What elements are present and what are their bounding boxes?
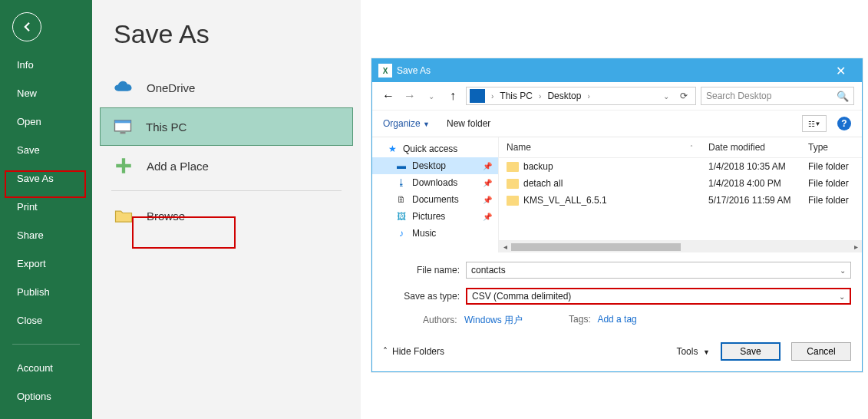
- svg-rect-1: [115, 120, 131, 124]
- nav-close[interactable]: Close: [0, 306, 92, 335]
- chevron-down-icon[interactable]: ⌄: [840, 266, 846, 275]
- search-input[interactable]: [706, 91, 829, 101]
- onedrive-label: OneDrive: [147, 81, 195, 94]
- saveastype-label: Save as type:: [383, 291, 460, 302]
- location-onedrive[interactable]: OneDrive: [100, 68, 353, 107]
- tags-value[interactable]: Add a tag: [597, 314, 636, 325]
- tree-music[interactable]: ♪ Music: [372, 225, 498, 242]
- chevron-down-icon: ▼: [703, 348, 710, 356]
- desktop-icon: ▬: [395, 160, 408, 172]
- chevron-down-icon[interactable]: ⌄: [839, 292, 845, 301]
- chevron-down-icon: ▼: [815, 120, 821, 127]
- view-button[interactable]: ☷ ▼: [802, 115, 827, 132]
- nav-tree: ★ Quick access ▬ Desktop 📌 ⭳ Downloads 📌…: [372, 137, 499, 252]
- nav-forward-button[interactable]: →: [401, 89, 418, 103]
- tree-pictures[interactable]: 🖼 Pictures 📌: [372, 208, 498, 225]
- scroll-right-button[interactable]: ▸: [850, 242, 862, 251]
- nav-save[interactable]: Save: [0, 136, 92, 164]
- button-row: ˄ Hide Folders Tools ▼ Save Cancel: [383, 342, 851, 361]
- dialog-body: ★ Quick access ▬ Desktop 📌 ⭳ Downloads 📌…: [372, 137, 862, 252]
- tools-button[interactable]: Tools ▼: [676, 346, 710, 357]
- file-date: 1/4/2018 4:00 PM: [701, 177, 800, 190]
- breadcrumb-thispc[interactable]: This PC: [500, 91, 533, 101]
- saveas-dialog: X Save As ✕ ← → ⌄ ↑ › This PC › Desktop …: [371, 58, 863, 372]
- hidefolders-button[interactable]: ˄ Hide Folders: [383, 346, 444, 357]
- newfolder-button[interactable]: New folder: [447, 118, 490, 129]
- file-row[interactable]: backup 1/4/2018 10:35 AM File folder: [499, 158, 862, 175]
- location-addplace[interactable]: Add a Place: [100, 146, 353, 186]
- file-name: KMS_VL_ALL_6.5.1: [523, 195, 607, 206]
- pin-icon: 📌: [483, 213, 492, 221]
- nav-back-button[interactable]: ←: [380, 89, 397, 103]
- nav-new[interactable]: New: [0, 79, 92, 107]
- filename-input[interactable]: contacts ⌄: [466, 262, 851, 279]
- dialog-close-button[interactable]: ✕: [825, 64, 856, 78]
- organize-button[interactable]: Organize ▼: [383, 118, 430, 129]
- horizontal-scrollbar[interactable]: ◂ ▸: [499, 240, 862, 252]
- command-bar: Organize ▼ New folder ☷ ▼ ?: [372, 111, 862, 137]
- refresh-button[interactable]: ⟳: [675, 91, 692, 101]
- dialog-titlebar: X Save As ✕: [372, 59, 862, 82]
- tree-label: Downloads: [412, 177, 457, 188]
- folder-icon: [507, 179, 519, 189]
- scroll-left-button[interactable]: ◂: [499, 242, 511, 251]
- scroll-track[interactable]: [511, 242, 850, 252]
- nav-account[interactable]: Account: [0, 354, 92, 382]
- computer-glyph-icon: [470, 89, 485, 103]
- nav-recent-button[interactable]: ⌄: [423, 92, 440, 101]
- tree-label: Quick access: [403, 144, 457, 154]
- chevron-down-icon: ▼: [423, 120, 430, 128]
- search-icon: 🔍: [837, 91, 849, 102]
- authors-value[interactable]: Windows 用户: [464, 315, 523, 325]
- breadcrumb-desktop[interactable]: Desktop: [547, 91, 581, 101]
- location-thispc[interactable]: This PC: [100, 107, 353, 146]
- file-name: backup: [523, 161, 553, 172]
- filename-row: File name: contacts ⌄: [383, 262, 851, 279]
- backstage-main: Save As OneDrive This PC Add a Place: [92, 0, 361, 419]
- nav-open[interactable]: Open: [0, 107, 92, 136]
- nav-info[interactable]: Info: [0, 51, 92, 79]
- nav-print[interactable]: Print: [0, 193, 92, 221]
- nav-share[interactable]: Share: [0, 221, 92, 249]
- nav-publish[interactable]: Publish: [0, 278, 92, 306]
- column-headers: Name ˄ Date modified Type: [499, 137, 862, 158]
- page-title: Save As: [100, 19, 353, 49]
- dialog-title: Save As: [397, 65, 431, 76]
- nav-separator: [12, 344, 80, 345]
- dialog-toolbar: ← → ⌄ ↑ › This PC › Desktop › ⌄ ⟳ 🔍: [372, 82, 862, 111]
- header-date[interactable]: Date modified: [701, 137, 800, 157]
- back-button[interactable]: [12, 12, 41, 41]
- tree-documents[interactable]: 🗎 Documents 📌: [372, 191, 498, 208]
- save-button[interactable]: Save: [721, 342, 781, 361]
- folder-icon: [113, 205, 134, 226]
- search-box[interactable]: 🔍: [701, 87, 854, 105]
- pin-icon: 📌: [483, 179, 492, 187]
- nav-saveas[interactable]: Save As: [0, 164, 92, 193]
- nav-options[interactable]: Options: [0, 382, 92, 411]
- scroll-thumb[interactable]: [511, 243, 681, 251]
- file-row[interactable]: detach all 1/4/2018 4:00 PM File folder: [499, 175, 862, 192]
- tree-downloads[interactable]: ⭳ Downloads 📌: [372, 174, 498, 191]
- saveastype-select[interactable]: CSV (Comma delimited) ⌄: [466, 288, 851, 305]
- pin-icon: 📌: [483, 196, 492, 204]
- nav-export[interactable]: Export: [0, 249, 92, 278]
- location-browse[interactable]: Browse: [100, 196, 353, 236]
- address-bar[interactable]: › This PC › Desktop › ⌄ ⟳: [466, 87, 696, 105]
- plus-icon: [113, 155, 134, 177]
- document-icon: 🗎: [395, 193, 408, 206]
- chevron-down-icon[interactable]: ⌄: [660, 92, 672, 101]
- nav-up-button[interactable]: ↑: [444, 89, 461, 103]
- tags-label: Tags:: [569, 314, 591, 325]
- metadata-row: Authors: Windows 用户 Tags: Add a tag: [383, 314, 851, 327]
- tree-quickaccess[interactable]: ★ Quick access: [372, 140, 498, 157]
- excel-backstage: Info New Open Save Save As Print Share E…: [0, 0, 361, 419]
- help-button[interactable]: ?: [837, 117, 851, 130]
- arrow-left-icon: [20, 20, 34, 34]
- header-name[interactable]: Name ˄: [499, 137, 701, 157]
- tree-desktop[interactable]: ▬ Desktop 📌: [372, 157, 498, 174]
- picture-icon: 🖼: [395, 210, 408, 223]
- header-type[interactable]: Type: [800, 137, 862, 157]
- cancel-button[interactable]: Cancel: [791, 342, 851, 361]
- dialog-footer: File name: contacts ⌄ Save as type: CSV …: [372, 252, 862, 371]
- file-row[interactable]: KMS_VL_ALL_6.5.1 5/17/2016 11:59 AM File…: [499, 192, 862, 209]
